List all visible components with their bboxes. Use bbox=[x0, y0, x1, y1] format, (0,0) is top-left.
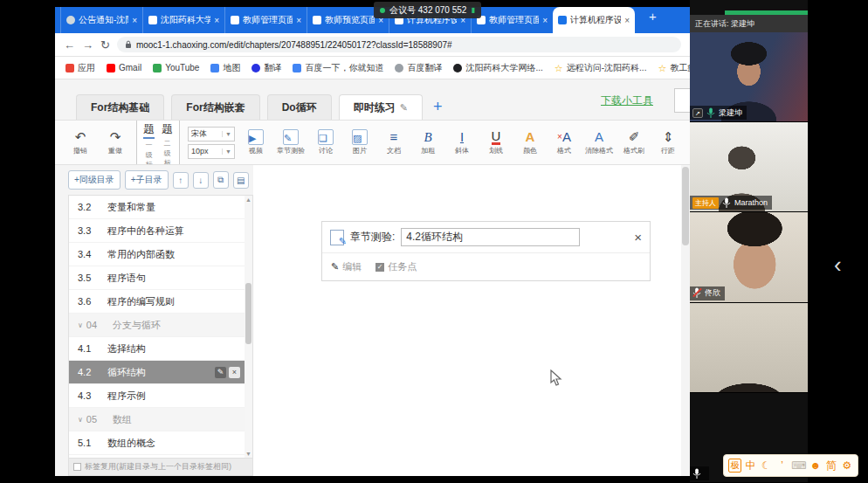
chapter-row[interactable]: ∨ 4.1 选择结构 ✎ × bbox=[69, 337, 252, 361]
bookmark-item[interactable]: 百度翻译 bbox=[395, 62, 442, 74]
heading1-option[interactable]: 标题 一级标题 bbox=[143, 120, 155, 165]
chapter-tab[interactable]: Do循环 ✎ bbox=[267, 94, 332, 120]
chapter-row[interactable]: ∨ 3.2 变量和常量 ✎ × bbox=[69, 196, 252, 219]
bookmark-item[interactable]: 翻译 bbox=[251, 62, 281, 74]
ime-toolbar-icon[interactable]: ’ bbox=[775, 459, 789, 473]
close-icon[interactable]: × bbox=[634, 230, 642, 245]
toolbar-button[interactable]: ❏ 讨论 bbox=[313, 129, 339, 155]
font-size-select[interactable]: 10px ▼ bbox=[188, 144, 235, 159]
collapse-caret-icon[interactable]: ∨ bbox=[78, 416, 83, 424]
font-family-select[interactable]: 宋体 ▼ bbox=[188, 127, 235, 141]
toolbar-button[interactable]: ✎ 章节测验 bbox=[277, 129, 305, 155]
toolbar-button[interactable]: B 加粗 bbox=[415, 129, 441, 155]
ime-toolbar-icon[interactable]: 简 bbox=[824, 459, 837, 473]
chapter-row[interactable]: ∨ 5.1 数组的概念 ✎ × bbox=[69, 431, 252, 455]
new-tab-button[interactable]: + bbox=[642, 9, 664, 29]
undo-button[interactable]: ↶ 撤销 bbox=[67, 129, 93, 155]
edit-chapter-icon[interactable]: ✎ bbox=[215, 367, 226, 378]
chapter-row[interactable]: ∨ 05 数组 ✎ × bbox=[69, 408, 252, 431]
browser-tab[interactable]: 教师管理页面 × bbox=[224, 7, 307, 33]
back-icon[interactable]: ← bbox=[64, 38, 75, 52]
toolbar-button[interactable]: ▶ 视频 bbox=[243, 129, 269, 155]
browser-tab[interactable]: 沈阳药科大学 × bbox=[142, 7, 224, 33]
bookmark-item[interactable]: 教工疫情填报 bbox=[658, 62, 690, 74]
move-up-button[interactable]: ↑ bbox=[173, 172, 189, 189]
tab-close-icon[interactable]: × bbox=[132, 16, 137, 25]
scroll-down-icon[interactable]: ▼ bbox=[245, 451, 252, 457]
toolbar-button[interactable]: U 划线 bbox=[483, 130, 509, 155]
reload-icon[interactable]: ↻ bbox=[100, 38, 110, 52]
participant-video-tile[interactable]: ↗ 佟欣 bbox=[690, 212, 808, 302]
tab-close-icon[interactable]: × bbox=[624, 16, 630, 25]
toolbar-button[interactable]: ⇕ 行距 bbox=[655, 129, 681, 155]
collapse-caret-icon[interactable]: ∨ bbox=[78, 321, 83, 329]
redo-button[interactable]: ↷ 重做 bbox=[102, 129, 128, 155]
label-reuse-checkbox[interactable] bbox=[73, 463, 81, 471]
participant-video-tile[interactable]: 主持人 ↗ Marathon bbox=[690, 122, 808, 212]
chapter-row[interactable]: ∨ 3.6 程序的编写规则 ✎ × bbox=[69, 290, 252, 314]
toolbar-button[interactable]: A 颜色 bbox=[517, 129, 543, 155]
toolbar-button[interactable]: ✐ 格式刷 bbox=[621, 129, 647, 155]
add-child-button[interactable]: +子目录 bbox=[125, 170, 169, 190]
heading2-option[interactable]: 标题 二级标题 bbox=[162, 120, 173, 165]
import-chapter-button[interactable]: ▤ bbox=[233, 172, 249, 189]
heading-style-picker[interactable]: 标题 一级标题 标题 二级标题 bbox=[136, 120, 180, 165]
quiz-title-input[interactable] bbox=[401, 228, 580, 246]
edit-pencil-icon[interactable]: ✎ bbox=[400, 102, 408, 114]
ime-toolbar-icon[interactable]: ⌨ bbox=[791, 459, 806, 473]
move-down-button[interactable]: ↓ bbox=[193, 172, 209, 189]
tab-close-icon[interactable]: × bbox=[296, 16, 301, 25]
sidebar-scrollbar[interactable]: ▲ ▼ bbox=[245, 196, 252, 458]
toolbar-button[interactable]: A 格式 bbox=[551, 129, 577, 155]
toolbar-button[interactable]: I 斜体 bbox=[449, 129, 475, 155]
chapter-row[interactable]: ∨ 3.5 程序语句 ✎ × bbox=[69, 266, 252, 290]
toolbar-button[interactable]: ▨ 图片 bbox=[347, 129, 373, 155]
ime-toolbar-icon[interactable]: 中 bbox=[744, 459, 757, 473]
bookmark-item[interactable]: 百度一下，你就知道 bbox=[293, 62, 383, 74]
bookmark-item[interactable]: 地图 bbox=[210, 62, 240, 74]
download-tool-link[interactable]: 下载小工具 bbox=[601, 93, 653, 108]
forward-icon[interactable]: → bbox=[82, 38, 93, 52]
chapter-row[interactable]: ∨ 4.3 程序示例 ✎ × bbox=[69, 384, 252, 408]
task-point-checkbox[interactable]: ✓ bbox=[375, 263, 384, 272]
chapter-row[interactable]: ∨ 3.4 常用的内部函数 ✎ × bbox=[69, 243, 252, 266]
bookmark-item[interactable]: Gmail bbox=[107, 63, 141, 72]
task-point-toggle[interactable]: ✓ 任务点 bbox=[375, 260, 417, 273]
tab-close-icon[interactable]: × bbox=[214, 16, 219, 25]
browser-tab[interactable]: 计算机程序设计 × bbox=[553, 7, 635, 33]
bookmark-item[interactable]: 沈阳药科大学网络... bbox=[453, 62, 542, 74]
scroll-up-icon[interactable]: ▲ bbox=[245, 197, 252, 203]
chapter-tab[interactable]: For结构嵌套 ✎ bbox=[171, 94, 259, 120]
participant-video-tile[interactable]: ↗ 史智慧 bbox=[690, 303, 808, 393]
participant-video-tile[interactable]: ↗ 梁建坤 bbox=[690, 32, 808, 122]
tab-close-icon[interactable]: × bbox=[542, 16, 548, 25]
side-panel-flap[interactable] bbox=[674, 88, 690, 113]
ime-toolbar-icon[interactable]: 极 bbox=[728, 459, 741, 473]
editor-scrollbar[interactable] bbox=[681, 165, 690, 476]
ime-toolbar-icon[interactable]: ☻ bbox=[809, 459, 822, 473]
toolbar-button[interactable]: A 清除格式 bbox=[585, 129, 613, 155]
ime-toolbar-icon[interactable]: ☾ bbox=[760, 459, 773, 473]
bookmark-item[interactable]: 远程访问-沈阳药科... bbox=[555, 62, 647, 74]
toolbar-button[interactable]: ≡ 文档 bbox=[381, 129, 407, 155]
browser-tab[interactable]: 教师管理页面 × bbox=[471, 7, 553, 33]
quiz-edit-button[interactable]: ✎ 编辑 bbox=[331, 260, 362, 273]
chapter-row[interactable]: ∨ 3.3 程序中的各种运算 ✎ × bbox=[69, 219, 252, 243]
collapse-panel-chevron-icon[interactable]: ‹ bbox=[834, 252, 842, 279]
add-chapter-tab-button[interactable]: + bbox=[430, 98, 451, 120]
chapter-tab[interactable]: 即时练习 ✎ bbox=[339, 94, 423, 120]
bookmark-item[interactable]: YouTube bbox=[153, 63, 199, 72]
chapter-tab[interactable]: For结构基础 ✎ bbox=[76, 94, 164, 120]
delete-chapter-icon[interactable]: × bbox=[229, 367, 240, 378]
chapter-row[interactable]: ∨ 4.2 循环结构 ✎ × bbox=[69, 361, 252, 384]
address-bar[interactable]: mooc1-1.chaoxing.com/edit/chapters/20748… bbox=[117, 37, 681, 52]
editor-scrollbar-thumb[interactable] bbox=[682, 167, 689, 245]
bookmark-item[interactable]: 应用 bbox=[65, 62, 95, 74]
chapter-row[interactable]: ∨ 04 分支与循环 ✎ × bbox=[69, 314, 252, 337]
browser-tab[interactable]: 公告通知-沈阳 × bbox=[60, 7, 142, 33]
copy-chapter-button[interactable]: ⧉ bbox=[213, 171, 229, 189]
add-sibling-button[interactable]: +同级目录 bbox=[68, 170, 121, 190]
editor-canvas[interactable]: 章节测验: × ✎ 编辑 ✓ 任务点 bbox=[253, 165, 690, 476]
ime-toolbar-icon[interactable]: ⚙ bbox=[840, 459, 853, 473]
scrollbar-thumb[interactable] bbox=[245, 283, 251, 344]
